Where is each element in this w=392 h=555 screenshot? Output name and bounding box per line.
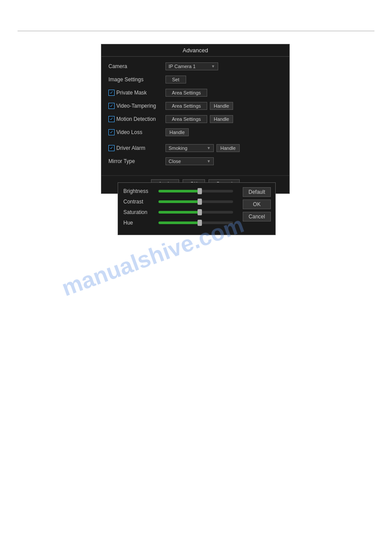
saturation-label: Saturation bbox=[123, 209, 158, 215]
driver-alarm-value: Smoking bbox=[169, 145, 187, 151]
video-tampering-handle-button[interactable]: Handle bbox=[210, 102, 233, 110]
image-dialog-buttons: Default OK Cancel bbox=[243, 187, 271, 221]
brightness-thumb[interactable] bbox=[198, 188, 202, 194]
contrast-thumb[interactable] bbox=[198, 199, 202, 205]
video-loss-label: Video Loss bbox=[116, 129, 142, 135]
motion-detection-label-container: Motion Detection bbox=[108, 116, 165, 122]
driver-alarm-label: Driver Alarm bbox=[116, 145, 145, 151]
image-cancel-button[interactable]: Cancel bbox=[243, 212, 271, 221]
camera-dropdown-arrow: ▼ bbox=[211, 64, 215, 69]
page: Advanced Camera IP Camera 1 ▼ Image Sett… bbox=[0, 0, 392, 555]
motion-detection-label: Motion Detection bbox=[116, 116, 156, 122]
video-loss-label-container: Video Loss bbox=[108, 129, 165, 135]
camera-dropdown[interactable]: IP Camera 1 ▼ bbox=[165, 62, 218, 70]
contrast-fill bbox=[158, 200, 200, 203]
driver-alarm-row: Driver Alarm Smoking ▼ Handle bbox=[108, 143, 282, 153]
video-loss-row: Video Loss Handle bbox=[108, 127, 282, 138]
private-mask-label: Private Mask bbox=[116, 90, 147, 96]
mirror-type-row: Mirror Type Close ▼ bbox=[108, 156, 282, 167]
advanced-dialog-body: Camera IP Camera 1 ▼ Image Settings Set bbox=[101, 57, 289, 174]
brightness-slider-track[interactable] bbox=[158, 190, 233, 192]
mirror-type-label: Mirror Type bbox=[108, 158, 165, 164]
top-divider bbox=[18, 31, 374, 31]
private-mask-checkbox[interactable] bbox=[108, 90, 115, 96]
video-loss-control: Handle bbox=[165, 128, 282, 136]
motion-detection-handle-button[interactable]: Handle bbox=[210, 115, 233, 123]
video-tampering-row: Video-Tampering Area Settings Handle bbox=[108, 101, 282, 111]
image-ok-button[interactable]: OK bbox=[243, 200, 271, 209]
private-mask-area-button[interactable]: Area Settings bbox=[165, 89, 207, 97]
hue-fill bbox=[158, 221, 200, 224]
saturation-fill bbox=[158, 211, 200, 214]
mirror-type-dropdown[interactable]: Close ▼ bbox=[165, 157, 214, 165]
motion-detection-row: Motion Detection Area Settings Handle bbox=[108, 114, 282, 124]
hue-label: Hue bbox=[123, 220, 158, 226]
driver-alarm-checkbox[interactable] bbox=[108, 145, 115, 151]
camera-label: Camera bbox=[108, 63, 165, 69]
driver-alarm-label-container: Driver Alarm bbox=[108, 145, 165, 151]
private-mask-control: Area Settings bbox=[165, 89, 282, 97]
advanced-dialog: Advanced Camera IP Camera 1 ▼ Image Sett… bbox=[101, 44, 290, 194]
image-settings-label: Image Settings bbox=[108, 76, 165, 83]
image-settings-row: Image Settings Set bbox=[108, 74, 282, 85]
private-mask-label-container: Private Mask bbox=[108, 90, 165, 96]
camera-row: Camera IP Camera 1 ▼ bbox=[108, 61, 282, 72]
advanced-dialog-title: Advanced bbox=[101, 44, 289, 57]
camera-value: IP Camera 1 bbox=[169, 64, 196, 69]
brightness-fill bbox=[158, 190, 200, 192]
mirror-type-control: Close ▼ bbox=[165, 157, 282, 165]
hue-slider-track[interactable] bbox=[158, 221, 233, 224]
motion-detection-area-button[interactable]: Area Settings bbox=[165, 115, 207, 123]
motion-detection-control: Area Settings Handle bbox=[165, 115, 282, 123]
video-tampering-control: Area Settings Handle bbox=[165, 102, 282, 110]
video-loss-handle-button[interactable]: Handle bbox=[165, 128, 189, 136]
video-loss-checkbox[interactable] bbox=[108, 129, 115, 135]
motion-detection-checkbox[interactable] bbox=[108, 116, 115, 122]
saturation-slider-track[interactable] bbox=[158, 211, 233, 214]
video-tampering-area-button[interactable]: Area Settings bbox=[165, 102, 207, 110]
hue-thumb[interactable] bbox=[198, 220, 202, 226]
brightness-label: Brightness bbox=[123, 188, 158, 194]
image-settings-control: Set bbox=[165, 76, 282, 83]
mirror-type-value: Close bbox=[169, 159, 181, 164]
driver-alarm-control: Smoking ▼ Handle bbox=[165, 144, 282, 152]
image-settings-button[interactable]: Set bbox=[165, 76, 186, 83]
driver-alarm-dropdown[interactable]: Smoking ▼ bbox=[165, 144, 214, 152]
contrast-label: Contrast bbox=[123, 199, 158, 205]
camera-control: IP Camera 1 ▼ bbox=[165, 62, 282, 70]
driver-alarm-arrow: ▼ bbox=[207, 146, 211, 150]
video-tampering-checkbox[interactable] bbox=[108, 103, 115, 109]
saturation-thumb[interactable] bbox=[198, 209, 202, 215]
private-mask-row: Private Mask Area Settings bbox=[108, 87, 282, 98]
image-settings-dialog: Brightness Contrast Saturation Hue bbox=[118, 182, 276, 235]
mirror-type-arrow: ▼ bbox=[207, 159, 211, 163]
video-tampering-label: Video-Tampering bbox=[116, 103, 156, 109]
contrast-slider-track[interactable] bbox=[158, 200, 233, 203]
driver-alarm-handle-button[interactable]: Handle bbox=[216, 144, 240, 152]
image-default-button[interactable]: Default bbox=[243, 187, 271, 197]
video-tampering-label-container: Video-Tampering bbox=[108, 103, 165, 109]
